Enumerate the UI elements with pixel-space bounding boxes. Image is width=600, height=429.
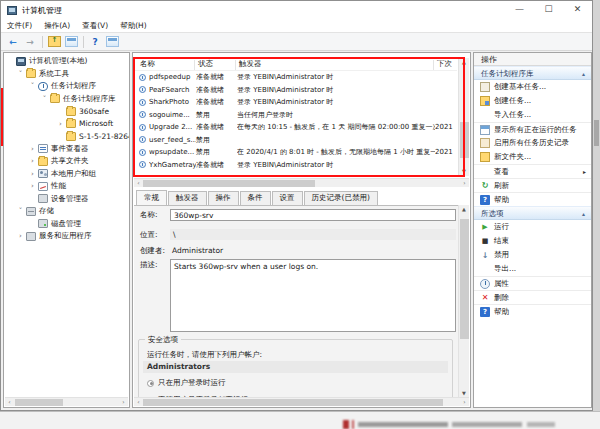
- tree-item[interactable]: ˅ 任务计划程序: [4, 80, 129, 93]
- column-next[interactable]: 下次: [437, 59, 452, 69]
- task-row[interactable]: wpsupdate... 禁用 在 2020/4/1 的 8:01 时 - 触发…: [134, 146, 457, 159]
- tree-item[interactable]: S-1-5-21-8264: [4, 130, 129, 143]
- properties-tab[interactable]: 常规: [136, 190, 167, 205]
- properties-vertical-scrollbar[interactable]: ▲ ▼: [458, 205, 469, 398]
- tree-item[interactable]: › 性能: [4, 180, 129, 193]
- properties-tab[interactable]: 触发器: [168, 191, 207, 205]
- tree-item[interactable]: 计算机管理(本地): [4, 55, 129, 68]
- task-row[interactable]: Upgrade 2... 准备就绪 在每天的 10:15 - 触发后，在 1 天…: [134, 121, 457, 134]
- menu-file[interactable]: 文件(F): [1, 21, 38, 31]
- properties-horizontal-scrollbar[interactable]: ‹ ›: [134, 397, 469, 406]
- task-row[interactable]: pdfspeedup 准备就绪 登录 YEBIN\Administrator 时: [134, 71, 457, 84]
- tree-item[interactable]: 磁盘管理: [4, 218, 129, 231]
- scroll-right-icon[interactable]: ›: [460, 179, 469, 187]
- maximize-button[interactable]: ☐: [534, 1, 563, 19]
- action-item[interactable]: ✕ 删除: [474, 290, 591, 304]
- actions-section-library[interactable]: 任务计划程序库 ▴: [474, 66, 591, 80]
- task-row[interactable]: sogouime... 禁用 当任何用户登录时: [134, 109, 457, 122]
- back-arrow-icon[interactable]: ←: [5, 35, 21, 49]
- menu-action[interactable]: 操作(A): [38, 21, 76, 31]
- scrollbar-thumb[interactable]: [460, 122, 469, 158]
- column-trigger[interactable]: 触发器: [239, 59, 262, 69]
- tree-expander-icon[interactable]: ˅: [16, 70, 25, 78]
- tree-expander-icon[interactable]: ˅: [28, 82, 37, 90]
- console-window-icon[interactable]: [63, 35, 79, 49]
- properties-tab[interactable]: 操作: [208, 191, 239, 205]
- action-item[interactable]: 创建任务...: [474, 94, 591, 108]
- radio-run-logged-on[interactable]: [147, 380, 154, 387]
- scroll-up-icon[interactable]: ▲: [459, 58, 469, 67]
- task-list-horizontal-scrollbar[interactable]: ‹ ›: [134, 178, 469, 187]
- tree-item[interactable]: › 服务和应用程序: [4, 230, 129, 243]
- properties-tab[interactable]: 历史记录(已禁用): [304, 191, 378, 205]
- task-description-box[interactable]: Starts 360wp-srv when a user logs on.: [170, 259, 456, 332]
- tree-item[interactable]: › 事件查看器: [4, 143, 129, 156]
- action-item[interactable]: 新文件夹...: [474, 150, 591, 164]
- tree-horizontal-scrollbar[interactable]: ‹ ›: [5, 397, 128, 406]
- title-bar[interactable]: 计算机管理 — ☐ ✕: [1, 1, 592, 19]
- action-item[interactable]: ■ 结束: [474, 234, 591, 248]
- actions-section-selected[interactable]: 所选项 ▴: [474, 206, 591, 220]
- column-divider[interactable]: [433, 60, 434, 70]
- properties-tab[interactable]: 条件: [240, 191, 271, 205]
- task-name-input[interactable]: 360wp-srv: [170, 209, 456, 221]
- tree-item[interactable]: › Microsoft: [4, 118, 129, 131]
- action-item[interactable]: 启用所有任务历史记录: [474, 136, 591, 150]
- tree-item[interactable]: 设备管理器: [4, 193, 129, 206]
- scroll-left-icon[interactable]: ‹: [5, 398, 14, 406]
- close-button[interactable]: ✕: [563, 1, 592, 19]
- tree-item[interactable]: ˅ 系统工具: [4, 68, 129, 81]
- action-item[interactable]: 导入任务...: [474, 108, 591, 122]
- scroll-right-icon[interactable]: ›: [119, 398, 128, 406]
- column-divider[interactable]: [194, 60, 195, 70]
- properties-tab[interactable]: 设置: [272, 191, 303, 205]
- collapse-icon[interactable]: ▴: [582, 67, 585, 81]
- column-status[interactable]: 状态: [198, 59, 213, 69]
- tree-expander-icon[interactable]: ›: [16, 232, 25, 240]
- tree-expander-icon[interactable]: ˅: [16, 207, 25, 215]
- action-item[interactable]: 属性: [474, 276, 591, 290]
- action-item[interactable]: 查看 ▸: [474, 164, 591, 178]
- tree-expander-icon[interactable]: ›: [28, 170, 37, 178]
- tree-item[interactable]: ˅ 存储: [4, 205, 129, 218]
- minimize-button[interactable]: —: [505, 1, 534, 19]
- tree-item[interactable]: ˅ 任务计划程序库: [4, 93, 129, 106]
- column-divider[interactable]: [235, 60, 236, 70]
- scroll-down-icon[interactable]: ▼: [459, 167, 469, 176]
- task-row[interactable]: PeaFSearch 准备就绪 登录 YEBIN\Administrator 时: [134, 84, 457, 97]
- scroll-right-icon[interactable]: ›: [460, 398, 469, 406]
- action-item[interactable]: ↻ 刷新: [474, 178, 591, 192]
- action-item[interactable]: 显示所有正在运行的任务: [474, 122, 591, 136]
- task-row[interactable]: SharkPhoto 准备就绪 登录 YEBIN\Administrator 时: [134, 96, 457, 109]
- tree-expander-icon[interactable]: ›: [28, 145, 37, 153]
- task-list-vertical-scrollbar[interactable]: ▲ ▼: [458, 58, 469, 176]
- action-item[interactable]: 创建基本任务...: [474, 80, 591, 94]
- tree-expander-icon[interactable]: ˅: [40, 95, 49, 103]
- menu-help[interactable]: 帮助(H): [114, 21, 153, 31]
- help-icon[interactable]: ?: [87, 35, 103, 49]
- action-item[interactable]: ▶ 运行: [474, 220, 591, 234]
- menu-view[interactable]: 查看(V): [76, 21, 114, 31]
- scrollbar-thumb[interactable]: [460, 219, 469, 339]
- forward-arrow-icon[interactable]: →: [22, 35, 38, 49]
- scrollbar-thumb[interactable]: [143, 399, 443, 406]
- collapse-icon[interactable]: ▴: [582, 207, 585, 221]
- tree-expander-icon[interactable]: ›: [28, 182, 37, 190]
- task-row[interactable]: user_feed_s... 禁用: [134, 134, 457, 147]
- scroll-up-icon[interactable]: ▲: [459, 205, 469, 214]
- action-item[interactable]: ? 帮助: [474, 192, 591, 206]
- tree-item[interactable]: › 本地用户和组: [4, 168, 129, 181]
- tree-expander-icon[interactable]: ›: [56, 120, 65, 128]
- action-item[interactable]: ? 帮助: [474, 304, 591, 318]
- tree-expander-icon[interactable]: ›: [28, 157, 37, 165]
- console-window-icon[interactable]: [104, 35, 120, 49]
- scroll-left-icon[interactable]: ‹: [134, 398, 143, 406]
- tree-item[interactable]: › 共享文件夹: [4, 155, 129, 168]
- task-row[interactable]: YxhGametray 准备就绪 登录 YEBIN\Administrator …: [134, 159, 457, 172]
- up-folder-icon[interactable]: [46, 35, 62, 49]
- tree-item[interactable]: 360safe: [4, 105, 129, 118]
- column-name[interactable]: 名称: [140, 59, 155, 69]
- scrollbar-thumb[interactable]: [143, 180, 315, 187]
- action-item[interactable]: ↓ 禁用: [474, 248, 591, 262]
- action-item[interactable]: 导出...: [474, 262, 591, 276]
